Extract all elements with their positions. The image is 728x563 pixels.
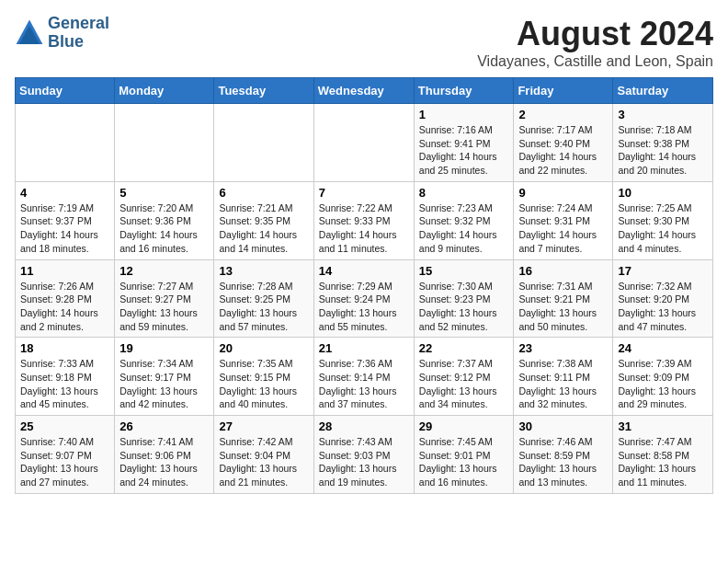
day-number: 19 bbox=[119, 341, 209, 355]
calendar-cell: 9Sunrise: 7:24 AM Sunset: 9:31 PM Daylig… bbox=[514, 181, 613, 259]
logo: General Blue bbox=[15, 15, 109, 52]
day-number: 30 bbox=[518, 419, 608, 433]
day-number: 15 bbox=[419, 264, 509, 278]
day-info: Sunrise: 7:28 AM Sunset: 9:25 PM Dayligh… bbox=[219, 280, 308, 334]
day-info: Sunrise: 7:27 AM Sunset: 9:27 PM Dayligh… bbox=[119, 280, 209, 334]
week-row-1: 1Sunrise: 7:16 AM Sunset: 9:41 PM Daylig… bbox=[16, 104, 713, 182]
calendar-cell: 27Sunrise: 7:42 AM Sunset: 9:04 PM Dayli… bbox=[214, 416, 313, 494]
day-number: 18 bbox=[20, 341, 109, 355]
day-number: 2 bbox=[518, 108, 608, 121]
day-number: 16 bbox=[518, 264, 608, 278]
header-day-saturday: Saturday bbox=[613, 78, 713, 104]
calendar-cell: 10Sunrise: 7:25 AM Sunset: 9:30 PM Dayli… bbox=[613, 181, 713, 259]
day-info: Sunrise: 7:24 AM Sunset: 9:31 PM Dayligh… bbox=[518, 201, 608, 256]
calendar-cell bbox=[16, 104, 115, 182]
calendar-cell: 22Sunrise: 7:37 AM Sunset: 9:12 PM Dayli… bbox=[414, 338, 514, 416]
day-info: Sunrise: 7:39 AM Sunset: 9:09 PM Dayligh… bbox=[618, 357, 708, 411]
calendar-cell: 8Sunrise: 7:23 AM Sunset: 9:32 PM Daylig… bbox=[414, 181, 514, 259]
calendar-cell: 20Sunrise: 7:35 AM Sunset: 9:15 PM Dayli… bbox=[214, 338, 313, 416]
day-number: 13 bbox=[219, 264, 308, 278]
day-info: Sunrise: 7:36 AM Sunset: 9:14 PM Dayligh… bbox=[319, 357, 409, 411]
day-info: Sunrise: 7:43 AM Sunset: 9:03 PM Dayligh… bbox=[319, 435, 409, 489]
calendar-cell: 17Sunrise: 7:32 AM Sunset: 9:20 PM Dayli… bbox=[613, 259, 713, 338]
calendar-cell: 31Sunrise: 7:47 AM Sunset: 8:58 PM Dayli… bbox=[613, 416, 713, 494]
calendar-cell: 14Sunrise: 7:29 AM Sunset: 9:24 PM Dayli… bbox=[313, 259, 414, 338]
calendar-cell: 6Sunrise: 7:21 AM Sunset: 9:35 PM Daylig… bbox=[214, 181, 313, 259]
day-number: 6 bbox=[219, 186, 308, 200]
calendar-cell: 11Sunrise: 7:26 AM Sunset: 9:28 PM Dayli… bbox=[16, 259, 115, 338]
day-number: 28 bbox=[319, 419, 409, 433]
day-info: Sunrise: 7:21 AM Sunset: 9:35 PM Dayligh… bbox=[219, 201, 308, 256]
calendar-cell: 15Sunrise: 7:30 AM Sunset: 9:23 PM Dayli… bbox=[414, 259, 514, 338]
day-number: 7 bbox=[319, 186, 409, 200]
day-number: 27 bbox=[219, 419, 308, 433]
calendar-body: 1Sunrise: 7:16 AM Sunset: 9:41 PM Daylig… bbox=[16, 104, 713, 494]
calendar-cell: 30Sunrise: 7:46 AM Sunset: 8:59 PM Dayli… bbox=[514, 416, 613, 494]
calendar-cell: 25Sunrise: 7:40 AM Sunset: 9:07 PM Dayli… bbox=[16, 416, 115, 494]
calendar-table: SundayMondayTuesdayWednesdayThursdayFrid… bbox=[15, 77, 713, 494]
calendar-cell bbox=[115, 104, 214, 182]
calendar-cell: 24Sunrise: 7:39 AM Sunset: 9:09 PM Dayli… bbox=[613, 338, 713, 416]
calendar-cell: 26Sunrise: 7:41 AM Sunset: 9:06 PM Dayli… bbox=[115, 416, 214, 494]
title-area: August 2024 Vidayanes, Castille and Leon… bbox=[477, 15, 713, 70]
day-info: Sunrise: 7:32 AM Sunset: 9:20 PM Dayligh… bbox=[618, 280, 708, 334]
day-number: 12 bbox=[119, 264, 209, 278]
day-info: Sunrise: 7:40 AM Sunset: 9:07 PM Dayligh… bbox=[20, 435, 109, 489]
calendar-cell: 16Sunrise: 7:31 AM Sunset: 9:21 PM Dayli… bbox=[514, 259, 613, 338]
day-info: Sunrise: 7:19 AM Sunset: 9:37 PM Dayligh… bbox=[20, 201, 109, 256]
subtitle: Vidayanes, Castille and Leon, Spain bbox=[477, 53, 713, 70]
calendar-cell: 12Sunrise: 7:27 AM Sunset: 9:27 PM Dayli… bbox=[115, 259, 214, 338]
header-day-sunday: Sunday bbox=[16, 78, 115, 104]
calendar-cell: 7Sunrise: 7:22 AM Sunset: 9:33 PM Daylig… bbox=[313, 181, 414, 259]
day-number: 3 bbox=[618, 108, 708, 121]
day-info: Sunrise: 7:42 AM Sunset: 9:04 PM Dayligh… bbox=[219, 435, 308, 489]
logo-icon bbox=[15, 18, 44, 48]
day-info: Sunrise: 7:37 AM Sunset: 9:12 PM Dayligh… bbox=[419, 357, 509, 411]
week-row-5: 25Sunrise: 7:40 AM Sunset: 9:07 PM Dayli… bbox=[16, 416, 713, 494]
day-number: 11 bbox=[20, 264, 109, 278]
day-info: Sunrise: 7:29 AM Sunset: 9:24 PM Dayligh… bbox=[319, 280, 409, 334]
calendar-cell: 13Sunrise: 7:28 AM Sunset: 9:25 PM Dayli… bbox=[214, 259, 313, 338]
day-number: 31 bbox=[618, 419, 708, 433]
week-row-2: 4Sunrise: 7:19 AM Sunset: 9:37 PM Daylig… bbox=[16, 181, 713, 259]
calendar-cell: 29Sunrise: 7:45 AM Sunset: 9:01 PM Dayli… bbox=[414, 416, 514, 494]
day-info: Sunrise: 7:16 AM Sunset: 9:41 PM Dayligh… bbox=[419, 123, 509, 178]
calendar-cell: 3Sunrise: 7:18 AM Sunset: 9:38 PM Daylig… bbox=[613, 104, 713, 182]
day-number: 1 bbox=[419, 108, 509, 121]
day-info: Sunrise: 7:46 AM Sunset: 8:59 PM Dayligh… bbox=[518, 435, 608, 489]
day-info: Sunrise: 7:18 AM Sunset: 9:38 PM Dayligh… bbox=[618, 123, 708, 178]
calendar-cell: 1Sunrise: 7:16 AM Sunset: 9:41 PM Daylig… bbox=[414, 104, 514, 182]
header-row: SundayMondayTuesdayWednesdayThursdayFrid… bbox=[16, 78, 713, 104]
day-number: 20 bbox=[219, 341, 308, 355]
day-info: Sunrise: 7:38 AM Sunset: 9:11 PM Dayligh… bbox=[518, 357, 608, 411]
day-info: Sunrise: 7:47 AM Sunset: 8:58 PM Dayligh… bbox=[618, 435, 708, 489]
day-info: Sunrise: 7:33 AM Sunset: 9:18 PM Dayligh… bbox=[20, 357, 109, 411]
page-header: General Blue August 2024 Vidayanes, Cast… bbox=[15, 15, 713, 70]
day-number: 17 bbox=[618, 264, 708, 278]
day-number: 26 bbox=[119, 419, 209, 433]
day-number: 23 bbox=[518, 341, 608, 355]
day-number: 8 bbox=[419, 186, 509, 200]
day-info: Sunrise: 7:22 AM Sunset: 9:33 PM Dayligh… bbox=[319, 201, 409, 256]
calendar-cell: 4Sunrise: 7:19 AM Sunset: 9:37 PM Daylig… bbox=[16, 181, 115, 259]
day-number: 29 bbox=[419, 419, 509, 433]
day-info: Sunrise: 7:30 AM Sunset: 9:23 PM Dayligh… bbox=[419, 280, 509, 334]
day-info: Sunrise: 7:35 AM Sunset: 9:15 PM Dayligh… bbox=[219, 357, 308, 411]
day-number: 5 bbox=[119, 186, 209, 200]
day-info: Sunrise: 7:17 AM Sunset: 9:40 PM Dayligh… bbox=[518, 123, 608, 178]
calendar-cell: 2Sunrise: 7:17 AM Sunset: 9:40 PM Daylig… bbox=[514, 104, 613, 182]
day-info: Sunrise: 7:31 AM Sunset: 9:21 PM Dayligh… bbox=[518, 280, 608, 334]
day-number: 24 bbox=[618, 341, 708, 355]
header-day-wednesday: Wednesday bbox=[313, 78, 414, 104]
day-info: Sunrise: 7:25 AM Sunset: 9:30 PM Dayligh… bbox=[618, 201, 708, 256]
calendar-cell: 18Sunrise: 7:33 AM Sunset: 9:18 PM Dayli… bbox=[16, 338, 115, 416]
day-number: 9 bbox=[518, 186, 608, 200]
calendar-cell bbox=[313, 104, 414, 182]
header-day-friday: Friday bbox=[514, 78, 613, 104]
main-title: August 2024 bbox=[477, 15, 713, 53]
day-info: Sunrise: 7:45 AM Sunset: 9:01 PM Dayligh… bbox=[419, 435, 509, 489]
header-day-thursday: Thursday bbox=[414, 78, 514, 104]
day-number: 4 bbox=[20, 186, 109, 200]
day-number: 14 bbox=[319, 264, 409, 278]
day-number: 10 bbox=[618, 186, 708, 200]
